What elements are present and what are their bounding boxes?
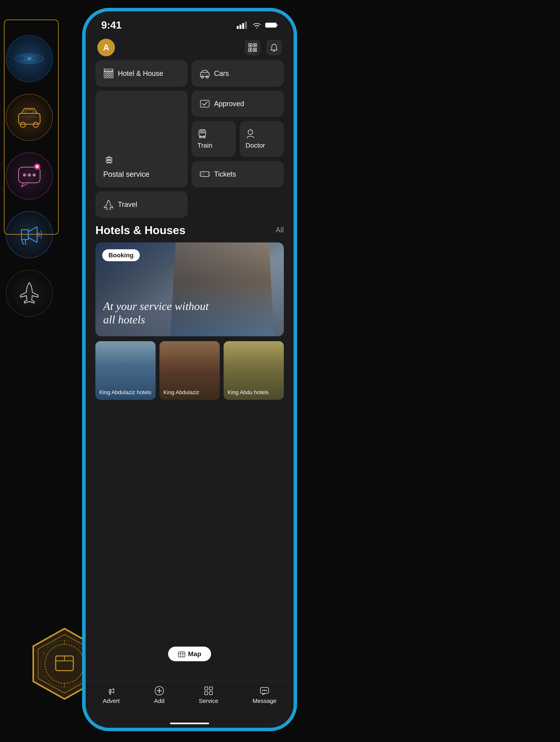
svg-point-14 bbox=[23, 173, 26, 176]
phone-frame: 9:41 bbox=[82, 8, 297, 731]
svg-line-64 bbox=[202, 104, 204, 105]
booking-banner[interactable]: Booking At your service without all hote… bbox=[95, 243, 284, 336]
hotels-header: Hotels & Houses All bbox=[95, 223, 284, 236]
qr-code-icon bbox=[248, 43, 257, 52]
map-button[interactable]: Map bbox=[168, 647, 211, 661]
sidebar-item-megaphone[interactable] bbox=[6, 211, 53, 258]
service-cars[interactable]: Cars bbox=[191, 60, 284, 87]
tab-bar-indicator bbox=[170, 723, 209, 724]
svg-rect-82 bbox=[178, 652, 185, 657]
status-time: 9:41 bbox=[101, 19, 122, 31]
service-travel[interactable]: Travel bbox=[95, 191, 188, 218]
svg-rect-46 bbox=[255, 48, 257, 50]
tab-add[interactable]: Add bbox=[154, 686, 164, 704]
advert-tab-label: Advert bbox=[103, 698, 120, 704]
svg-rect-89 bbox=[205, 687, 208, 690]
battery-icon bbox=[265, 22, 278, 29]
svg-point-9 bbox=[20, 122, 25, 127]
right-col: Approved bbox=[191, 91, 284, 157]
svg-rect-45 bbox=[253, 48, 255, 50]
service-doctor[interactable]: Doctor bbox=[240, 121, 284, 157]
svg-point-10 bbox=[33, 122, 38, 127]
train-doctor-grid: Train bbox=[191, 121, 284, 157]
sidebar-item-fingerprint[interactable] bbox=[6, 35, 53, 82]
booking-badge: Booking bbox=[102, 249, 140, 261]
svg-point-94 bbox=[262, 690, 263, 691]
fingerprint-icon bbox=[14, 43, 45, 74]
svg-rect-92 bbox=[209, 692, 213, 695]
hotel-card-1-label: King Abdulaziz hotels bbox=[99, 389, 152, 396]
svg-rect-35 bbox=[245, 21, 247, 29]
svg-point-95 bbox=[264, 690, 265, 691]
approved-label: Approved bbox=[214, 100, 244, 108]
add-tab-icon bbox=[154, 686, 164, 696]
booking-main-line2: all hotels bbox=[103, 313, 276, 326]
svg-marker-19 bbox=[21, 230, 29, 240]
svg-rect-44 bbox=[249, 49, 251, 51]
svg-line-65 bbox=[204, 102, 207, 105]
bell-icon bbox=[270, 43, 279, 52]
svg-rect-52 bbox=[108, 72, 109, 74]
svg-point-77 bbox=[251, 131, 252, 132]
tab-bar: Advert Add bbox=[86, 681, 294, 728]
bell-button[interactable] bbox=[266, 40, 282, 55]
service-hotel[interactable]: Hotel & House bbox=[95, 60, 188, 87]
add-tab-label: Add bbox=[154, 698, 164, 704]
svg-point-76 bbox=[248, 131, 249, 132]
svg-rect-40 bbox=[249, 45, 251, 46]
car-icon bbox=[14, 102, 45, 133]
phone-container: 9:41 bbox=[82, 8, 297, 731]
services-grid: Hotel & House Cars bbox=[86, 60, 294, 218]
svg-rect-56 bbox=[110, 75, 112, 76]
tab-advert[interactable]: Advert bbox=[103, 686, 120, 704]
hotel-card-2[interactable]: King Abdulaziz bbox=[160, 341, 220, 400]
phone-screen: 9:41 bbox=[86, 11, 294, 728]
svg-point-75 bbox=[248, 130, 253, 135]
booking-text: At your service without all hotels bbox=[103, 299, 276, 326]
service-approved[interactable]: Approved bbox=[191, 91, 284, 117]
travel-label: Travel bbox=[118, 200, 137, 209]
sidebar-item-chat[interactable] bbox=[6, 153, 53, 200]
status-icons bbox=[237, 21, 278, 29]
sidebar bbox=[6, 35, 53, 317]
svg-point-59 bbox=[206, 76, 208, 78]
tickets-label: Tickets bbox=[214, 170, 236, 178]
svg-rect-37 bbox=[266, 23, 276, 28]
svg-rect-49 bbox=[104, 71, 113, 78]
tab-service[interactable]: Service bbox=[199, 686, 218, 704]
hotel-card-3-label: King Abdu hotels bbox=[227, 389, 280, 396]
hotels-all-button[interactable]: All bbox=[276, 226, 284, 234]
svg-line-20 bbox=[21, 240, 23, 245]
postal-icon bbox=[103, 155, 180, 167]
sidebar-item-plane[interactable] bbox=[6, 270, 53, 317]
service-tickets[interactable]: Tickets bbox=[191, 161, 284, 187]
tab-message[interactable]: Message bbox=[253, 686, 276, 704]
booking-main-line1: At your service without bbox=[103, 299, 276, 313]
svg-rect-33 bbox=[239, 24, 241, 29]
chat-icon bbox=[14, 160, 45, 192]
svg-rect-38 bbox=[277, 24, 278, 26]
hotel-card-3[interactable]: King Abdu hotels bbox=[224, 341, 284, 400]
sidebar-item-car[interactable] bbox=[6, 94, 53, 141]
train-icon bbox=[198, 129, 207, 139]
service-postal[interactable]: Postal service bbox=[95, 91, 188, 187]
advert-tab-icon bbox=[106, 686, 116, 696]
postal-label: Postal service bbox=[103, 170, 180, 178]
cars-label: Cars bbox=[214, 69, 229, 77]
hotel-icon bbox=[103, 68, 114, 79]
top-icons bbox=[245, 40, 282, 55]
hotel-card-1[interactable]: King Abdulaziz hotels bbox=[95, 341, 156, 400]
travel-icon bbox=[103, 199, 114, 210]
svg-point-80 bbox=[208, 173, 210, 175]
svg-rect-90 bbox=[209, 687, 213, 690]
svg-line-84 bbox=[109, 692, 110, 694]
svg-rect-48 bbox=[255, 50, 257, 52]
hotel-label: Hotel & House bbox=[118, 69, 163, 77]
service-tab-label: Service bbox=[199, 698, 218, 704]
service-train[interactable]: Train bbox=[191, 121, 236, 157]
qr-button[interactable] bbox=[245, 40, 260, 55]
hotel-card-2-label: King Abdulaziz bbox=[163, 389, 216, 396]
svg-point-5 bbox=[29, 58, 30, 59]
hotel-cards-row: King Abdulaziz hotels King Abdulaziz Kin… bbox=[95, 341, 284, 400]
avatar[interactable]: A bbox=[97, 39, 115, 56]
